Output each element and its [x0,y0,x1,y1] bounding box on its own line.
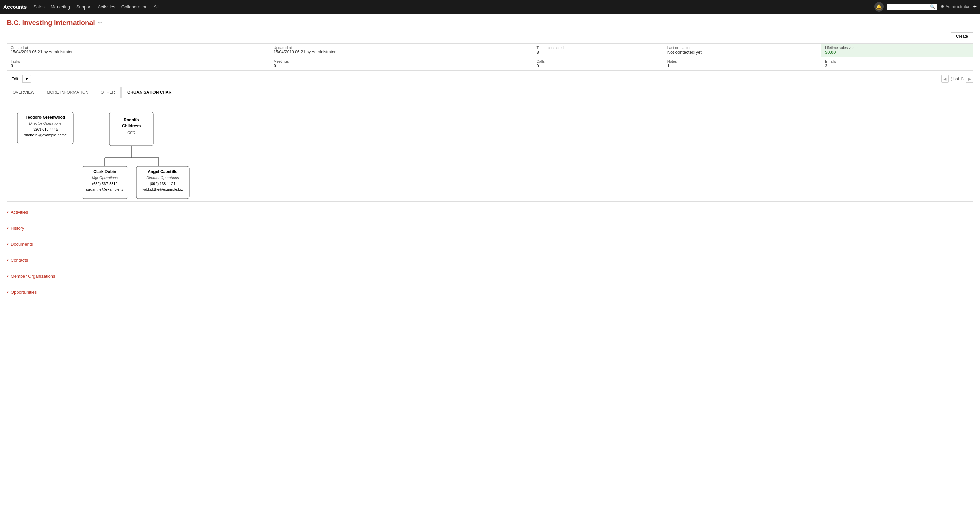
main-content: B.C. Investing International ☆ Create Cr… [0,14,980,531]
org-node-clark[interactable]: Clark Dubin Mgr Operations (652) 567-531… [82,166,128,198]
activities-header[interactable]: ▾ Activities [7,207,973,217]
org-node-angel[interactable]: Angel Capetillo Director Operations (092… [137,166,189,198]
stat-updated-at: Updated at 15/04/2019 06:21 by Administr… [270,43,533,57]
svg-text:Angel Capetillo: Angel Capetillo [148,169,177,174]
contacts-arrow-icon: ▾ [7,258,8,262]
opportunities-arrow-icon: ▾ [7,290,8,294]
favorite-star-icon[interactable]: ☆ [98,20,102,26]
nav-activities[interactable]: Activities [98,5,115,10]
org-node-rodolfo[interactable]: Rodolfo Childress CEO [109,112,153,146]
nav-right: 🔔 🔍 ⚙ Administrator + [874,2,977,11]
stat-created-at: Created at 15/04/2019 06:21 by Administr… [7,43,270,57]
stat-emails: Emails 3 [821,57,973,71]
edit-row: Edit ▼ ◀ (1 of 1) ▶ [7,75,973,83]
svg-text:Director Operations: Director Operations [29,121,62,125]
svg-text:Clark Dubin: Clark Dubin [93,169,116,174]
contacts-header[interactable]: ▾ Contacts [7,255,973,265]
search-box: 🔍 [887,4,937,10]
tab-more-information[interactable]: MORE INFORMATION [41,87,94,98]
tabs-row: OVERVIEW MORE INFORMATION OTHER ORGANISA… [7,87,973,98]
org-chart-panel: Teodoro Greenwood Director Operations (2… [7,98,973,201]
nav-marketing[interactable]: Marketing [51,5,70,10]
nav-brand[interactable]: Accounts [3,4,27,10]
stat-last-contacted: Last contacted Not contacted yet [663,43,821,57]
search-input[interactable] [889,5,930,9]
svg-text:Teodoro Greenwood: Teodoro Greenwood [25,115,65,120]
svg-text:phone19@example.name: phone19@example.name [24,133,67,137]
nav-all[interactable]: All [153,5,158,10]
edit-dropdown-button[interactable]: ▼ [23,75,31,82]
create-button[interactable]: Create [951,32,973,40]
svg-text:Director Operations: Director Operations [146,176,179,180]
member-organizations-label: Member Organizations [11,274,56,279]
stat-times-contacted: Times contacted 3 [533,43,663,57]
nav-sales[interactable]: Sales [33,5,45,10]
svg-text:kid.kid.the@example.biz: kid.kid.the@example.biz [142,187,183,192]
activities-label: Activities [11,210,28,215]
nav-support[interactable]: Support [76,5,92,10]
admin-label: Administrator [946,5,970,9]
prev-page-button[interactable]: ◀ [941,75,949,82]
section-documents: ▾ Documents [7,239,973,249]
svg-text:CEO: CEO [127,130,135,135]
search-icon: 🔍 [930,5,935,9]
stat-notes: Notes 1 [663,57,821,71]
history-header[interactable]: ▾ History [7,223,973,233]
svg-text:(297) 615-4445: (297) 615-4445 [32,127,58,131]
activities-arrow-icon: ▾ [7,211,8,214]
add-button[interactable]: + [973,3,977,11]
documents-arrow-icon: ▾ [7,243,8,246]
section-member-organizations: ▾ Member Organizations [7,271,973,282]
org-chart-svg: Teodoro Greenwood Director Operations (2… [14,105,218,193]
pagination: ◀ (1 of 1) ▶ [941,75,973,82]
svg-rect-9 [109,112,153,146]
stats-table: Created at 15/04/2019 06:21 by Administr… [7,43,973,71]
section-contacts: ▾ Contacts [7,255,973,265]
tab-overview[interactable]: OVERVIEW [7,87,40,98]
section-activities: ▾ Activities [7,207,973,217]
opportunities-header[interactable]: ▾ Opportunities [7,287,973,298]
notification-bell[interactable]: 🔔 [874,2,884,11]
create-btn-row: Create [7,32,973,40]
member-organizations-arrow-icon: ▾ [7,274,8,278]
edit-button[interactable]: Edit [7,75,23,83]
stats-row-1: Created at 15/04/2019 06:21 by Administr… [7,43,973,57]
page-title: B.C. Investing International [7,19,95,27]
next-page-button[interactable]: ▶ [966,75,973,82]
edit-btn-group: Edit ▼ [7,75,31,83]
svg-text:(652) 567-5312: (652) 567-5312 [92,182,118,185]
contacts-label: Contacts [11,258,28,263]
page-title-row: B.C. Investing International ☆ [7,19,973,27]
documents-header[interactable]: ▾ Documents [7,239,973,249]
top-nav: Accounts Sales Marketing Support Activit… [0,0,980,14]
documents-label: Documents [11,242,33,247]
member-organizations-header[interactable]: ▾ Member Organizations [7,271,973,282]
tab-organisation-chart[interactable]: ORGANISATION CHART [121,87,180,98]
stat-lifetime-sales: Lifetime sales value $0.00 [821,43,973,57]
svg-text:sugar.the@example.tv: sugar.the@example.tv [86,187,124,192]
stats-row-2: Tasks 3 Meetings 0 Calls 0 Notes 1 Email… [7,57,973,71]
pagination-text: (1 of 1) [951,76,964,81]
stat-meetings: Meetings 0 [270,57,533,71]
svg-text:Childress: Childress [122,124,141,128]
admin-menu[interactable]: ⚙ Administrator [940,5,970,9]
stat-tasks: Tasks 3 [7,57,270,71]
history-label: History [11,226,24,231]
section-opportunities: ▾ Opportunities [7,287,973,298]
svg-text:Mgr Operations: Mgr Operations [92,176,118,180]
org-node-teodoro[interactable]: Teodoro Greenwood Director Operations (2… [18,112,73,144]
tab-other[interactable]: OTHER [95,87,121,98]
nav-links: Sales Marketing Support Activities Colla… [33,5,874,10]
stat-calls: Calls 0 [533,57,663,71]
svg-text:(092) 138-1121: (092) 138-1121 [150,182,175,185]
svg-text:Rodolfo: Rodolfo [124,117,139,122]
section-history: ▾ History [7,223,973,233]
opportunities-label: Opportunities [11,290,37,295]
nav-collaboration[interactable]: Collaboration [121,5,148,10]
history-arrow-icon: ▾ [7,227,8,230]
gear-icon: ⚙ [940,5,944,9]
